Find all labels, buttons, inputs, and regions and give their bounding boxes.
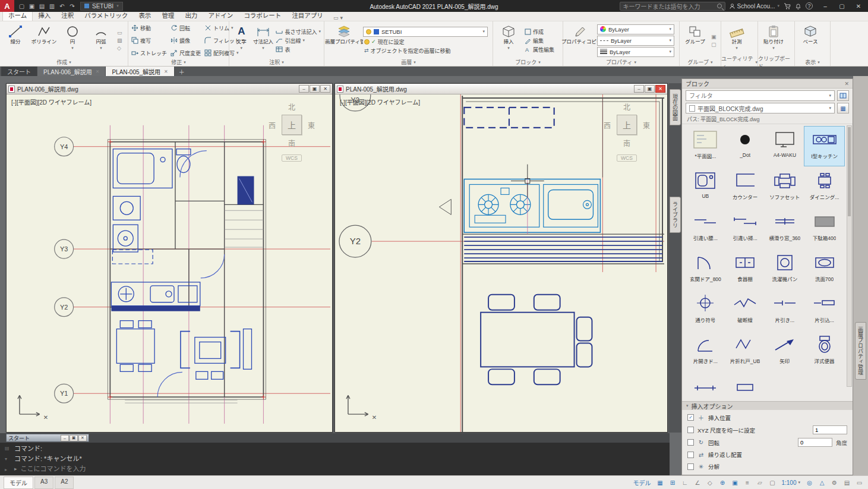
block-item[interactable]: A4-WAKU: [765, 127, 805, 166]
block-item[interactable]: 片開きド...: [686, 332, 725, 371]
rotation-value-input[interactable]: [798, 438, 832, 447]
arc-button[interactable]: 円弧 ▾: [87, 23, 115, 58]
block-document-combo[interactable]: 平面図_BLOCK完成.dwg ▾: [686, 103, 835, 113]
account-menu[interactable]: School Acou... ▾: [730, 3, 779, 10]
palette-scrollbar[interactable]: [847, 125, 852, 387]
close-button[interactable]: ✕: [850, 0, 867, 12]
block-item-selected[interactable]: I型キッチン: [804, 127, 844, 166]
compass-east[interactable]: 東: [308, 120, 315, 130]
ungroup-icon[interactable]: ▣: [711, 34, 717, 40]
minimize-button[interactable]: –: [61, 435, 69, 441]
block-item[interactable]: 洗濯機パン: [765, 250, 805, 289]
wcs-badge[interactable]: WCS: [282, 154, 302, 162]
lineweight-icon[interactable]: ≡: [742, 478, 752, 488]
plot-icon[interactable]: ▥: [48, 1, 56, 11]
command-history-icon[interactable]: ▤: [5, 446, 14, 451]
cart-icon[interactable]: [784, 3, 791, 10]
lineweight-combo[interactable]: ByLayer ▾: [597, 47, 674, 57]
scale-button[interactable]: 尺度変更: [169, 48, 202, 59]
compass-west[interactable]: 西: [604, 120, 611, 130]
paste-button[interactable]: 貼り付け ▾: [760, 23, 787, 58]
copy-button[interactable]: 複写: [130, 35, 168, 46]
compass-north[interactable]: 北: [288, 102, 295, 112]
undo-icon[interactable]: ↶: [58, 1, 67, 11]
close-icon[interactable]: ✕: [96, 69, 100, 74]
panel-label-utilities[interactable]: ユーティリティ▾: [721, 58, 757, 66]
autoscale-icon[interactable]: △: [817, 478, 827, 488]
open-icon[interactable]: ▣: [27, 1, 36, 11]
help-icon[interactable]: ?: [806, 2, 813, 10]
panel-label-layers[interactable]: 画層▾: [324, 58, 493, 66]
close-button[interactable]: ✕: [78, 435, 87, 441]
restore-button[interactable]: ▣: [70, 435, 78, 441]
compass-west[interactable]: 西: [269, 120, 276, 130]
close-icon[interactable]: ✕: [844, 81, 849, 87]
block-item[interactable]: 引違い掃...: [725, 209, 765, 248]
block-item[interactable]: 片引き...: [765, 291, 805, 330]
object-color-combo[interactable]: ByLayer ▾: [597, 24, 674, 34]
rotation-checkbox[interactable]: [687, 439, 694, 446]
polar-tracking-icon[interactable]: ∠: [692, 478, 702, 488]
compass-south[interactable]: 南: [623, 138, 630, 148]
move-button[interactable]: 移動: [130, 23, 168, 34]
block-item[interactable]: 洋式便器: [804, 332, 844, 371]
viewport-controls[interactable]: [-][平面図][2D ワイヤフレーム]: [11, 97, 91, 106]
close-icon[interactable]: ✕: [164, 69, 168, 74]
wcs-badge[interactable]: WCS: [617, 154, 637, 162]
text-button[interactable]: A 文字 ▾: [231, 23, 252, 58]
circle-button[interactable]: 円 ▾: [59, 23, 86, 58]
block-item[interactable]: 片折れ戸_UB: [725, 332, 765, 371]
block-item[interactable]: カウンター: [725, 168, 765, 207]
block-item[interactable]: 通り符号: [686, 291, 725, 330]
scale-value-input[interactable]: [813, 425, 847, 434]
maximize-button[interactable]: ▢: [834, 0, 850, 12]
layout-tab-model[interactable]: モデル: [4, 477, 33, 489]
grid-display-icon[interactable]: ▦: [655, 478, 665, 488]
block-item[interactable]: ソファセット: [765, 168, 805, 207]
tab-libraries[interactable]: ライブラリ: [670, 197, 681, 233]
stretch-button[interactable]: ストレッチ: [130, 48, 168, 59]
viewcube[interactable]: 上: [282, 115, 302, 135]
repeat-checkbox[interactable]: [687, 452, 694, 458]
search-icon[interactable]: [717, 4, 722, 8]
layout-tab-a2[interactable]: A2: [55, 477, 74, 489]
workspace-gear-icon[interactable]: ⚙: [829, 478, 839, 488]
insert-options-header[interactable]: ▾ 挿入オプション: [682, 401, 853, 410]
notification-bell-icon[interactable]: [795, 3, 801, 10]
panel-label-block[interactable]: ブロック▾: [493, 58, 563, 66]
block-item[interactable]: ダイニング...: [804, 168, 844, 207]
polyline-button[interactable]: ポリライン: [30, 23, 58, 58]
layer-properties-button[interactable]: 画層プロパティ管理: [326, 23, 362, 58]
tab-layer-properties-palette[interactable]: 画層プロパティ管理: [855, 322, 866, 380]
selection-cycling-icon[interactable]: ▢: [767, 478, 777, 488]
edit-attributes-button[interactable]: A属性編集: [523, 46, 555, 53]
model-canvas[interactable]: [-][平面図][2D ワイヤフレーム] 北 西 上 東 南 WCS: [7, 94, 332, 432]
ortho-mode-icon[interactable]: ∟: [680, 478, 690, 488]
panel-label-groups[interactable]: グループ▾: [680, 58, 721, 66]
block-filter-input[interactable]: ▾: [686, 90, 835, 101]
file-tab-plan006[interactable]: PLAN-006_解説用✕: [37, 67, 106, 76]
clean-screen-icon[interactable]: ▭: [854, 478, 864, 488]
file-tab-start[interactable]: スタート: [1, 67, 37, 76]
annotation-scale-button[interactable]: 1:100 ▾: [779, 479, 802, 486]
model-space-button[interactable]: モデル: [631, 478, 652, 487]
insert-block-button[interactable]: 挿入 ▾: [495, 23, 522, 58]
command-options-icon[interactable]: ▾: [5, 456, 14, 462]
line-button[interactable]: 線分: [2, 23, 29, 58]
autocad-logo-icon[interactable]: A: [0, 0, 14, 12]
save-icon[interactable]: ▤: [37, 1, 46, 11]
close-button[interactable]: ✕: [655, 85, 665, 93]
measure-button[interactable]: 計測 ▾: [723, 23, 750, 58]
group-edit-icon[interactable]: ▢: [711, 42, 717, 48]
block-item[interactable]: *平面図...: [686, 127, 725, 166]
block-library-icon[interactable]: [837, 90, 849, 101]
rotate-button[interactable]: 回転: [169, 23, 202, 34]
match-properties-button[interactable]: プロパティコピー: [565, 23, 596, 58]
compass-east[interactable]: 東: [643, 120, 650, 130]
compass-south[interactable]: 南: [288, 138, 295, 148]
restore-button[interactable]: ▣: [645, 85, 655, 93]
command-input[interactable]: [21, 465, 270, 472]
minimize-button[interactable]: –: [817, 0, 834, 12]
model-canvas[interactable]: [-][平面図][2D ワイヤフレーム] 北 西 上 東 南 WCS: [335, 94, 667, 432]
file-tab-plan005[interactable]: PLAN-005_解説用✕: [106, 67, 174, 76]
